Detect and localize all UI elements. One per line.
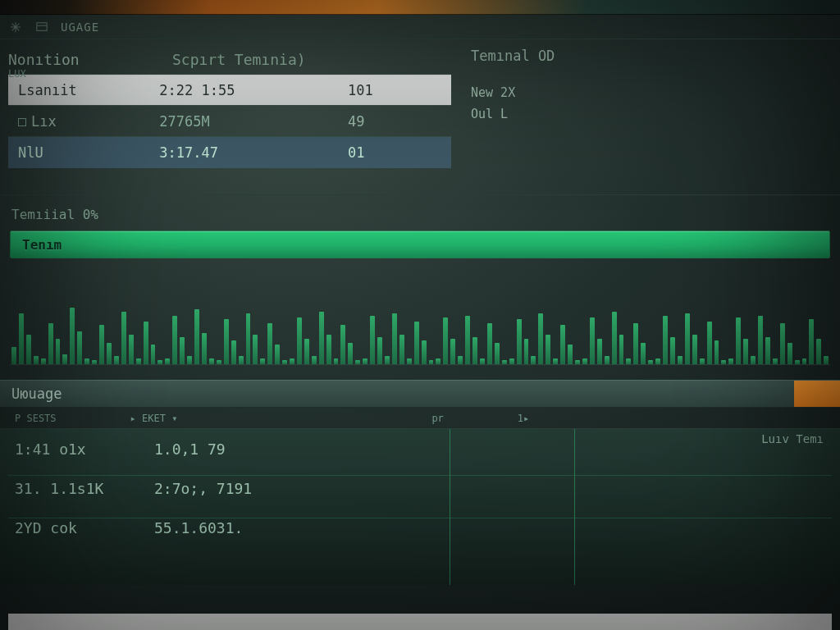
col-nonition: Nonıtion: [8, 51, 123, 68]
spectrum-bar: [392, 313, 397, 364]
spectrum-bar: [795, 360, 800, 364]
spectrum-bar: [202, 333, 207, 364]
spectrum-bar: [538, 313, 543, 364]
spectrum-bar: [605, 356, 609, 364]
spectrum-bar: [582, 358, 587, 364]
progress-bar[interactable]: Tenım: [10, 231, 830, 258]
spectrum-bar: [743, 339, 748, 364]
colhead-pr[interactable]: pr: [431, 413, 443, 424]
spectrum-bar: [290, 358, 294, 364]
spectrum-bar: [422, 340, 427, 364]
spectrum-bar: [721, 360, 726, 364]
spectrum-bar: [517, 319, 522, 364]
spectrum-bar: [385, 356, 390, 364]
panel-icon[interactable]: [34, 21, 49, 34]
spectrum-bar: [144, 322, 148, 364]
spectrum-bar: [655, 358, 660, 364]
spectrum-bar: [231, 340, 236, 364]
process-table: Lsanıit2:22 1:55101Lıx27765M49NlU3:17.47…: [8, 74, 451, 168]
spectrum-bar: [809, 319, 814, 364]
spectrum-bar: [736, 317, 741, 364]
spectrum-bar: [26, 335, 31, 364]
spectrum-bar: [531, 356, 536, 364]
right-item-new[interactable]: New 2X: [471, 85, 829, 100]
colhead-1[interactable]: 1▸: [518, 413, 529, 424]
upper-panel: Nonıtion LUX Scpırt Temınia) Lsanıit2:22…: [0, 39, 840, 195]
spectrum-bar: [34, 356, 39, 364]
spectrum-bar: [180, 337, 185, 364]
usage-cell: 31. 1.1s1K: [15, 480, 121, 497]
spectrum-bar: [348, 343, 353, 364]
spectrum-bar: [172, 316, 177, 365]
activity-section: Temıiial 0% Tenım: [0, 195, 840, 365]
spectrum-bar: [239, 356, 244, 364]
usage-row[interactable]: 1:41 o1x1.0,1 79: [0, 429, 840, 468]
spectrum-bar: [758, 316, 763, 365]
right-info-panel: Temınal OD New 2X Oul L: [459, 39, 840, 194]
monitor-window: UGAGE Nonıtion LUX Scpırt Temınia) Lsanı…: [0, 15, 840, 630]
spectrum-bar: [77, 331, 82, 364]
terminal-percent-label: Temıiial 0%: [11, 207, 830, 222]
usage-cell: 1:41 o1x: [15, 441, 121, 458]
spectrum-bar: [19, 313, 24, 364]
footer-input-area[interactable]: [8, 614, 832, 630]
spectrum-bar: [480, 358, 485, 364]
spectrum-bar: [224, 319, 229, 364]
spectrum-bar: [487, 323, 492, 364]
spectrum-bar: [524, 339, 529, 364]
spectrum-bar: [626, 358, 631, 364]
svg-rect-0: [37, 22, 47, 30]
usage-cell: 2YD cok: [15, 519, 121, 536]
table-row[interactable]: Lıx27765M49: [8, 106, 451, 137]
spectrum-bar: [678, 356, 682, 364]
usage-row[interactable]: 2YD cok55.1.6031.: [0, 508, 840, 547]
right-item-out[interactable]: Oul L: [471, 107, 829, 121]
spectrum-bar: [370, 316, 375, 365]
col-script-terminal: Scpırt Temınia): [172, 51, 306, 68]
spectrum-bar: [121, 312, 126, 364]
spectrum-bar: [495, 343, 500, 364]
spectrum-bar: [728, 358, 733, 364]
activity-spectrum-chart: [10, 267, 830, 365]
spectrum-bar: [282, 360, 287, 364]
spectrum-bar: [685, 313, 690, 364]
spectrum-bar: [209, 358, 214, 364]
spectrum-bar: [11, 347, 16, 364]
spectrum-bar: [773, 358, 778, 364]
spectrum-bar: [436, 358, 441, 364]
spectrum-bar: [70, 308, 75, 364]
spectrum-bar: [246, 313, 251, 364]
spectrum-bar: [62, 354, 67, 364]
spectrum-bar: [429, 360, 434, 364]
usage-cell: 1.0,1 79: [154, 441, 285, 458]
spectrum-bar: [458, 356, 463, 364]
spectrum-bar: [260, 358, 265, 364]
colhead-eket[interactable]: ▸ EKET ▾: [130, 413, 178, 424]
window-titlebar: [0, 0, 840, 15]
spectrum-bar: [114, 356, 119, 364]
spectrum-bar: [304, 339, 309, 364]
spectrum-bar: [165, 358, 170, 364]
spectrum-bar: [275, 345, 280, 364]
spectrum-bar: [129, 335, 134, 364]
spectrum-bar: [84, 358, 89, 364]
spectrum-bar: [253, 335, 258, 364]
spectrum-bar: [450, 339, 455, 364]
spectrum-bar: [312, 356, 317, 364]
snowflake-icon[interactable]: [8, 21, 23, 34]
spectrum-bar: [326, 335, 331, 364]
spectrum-bar: [780, 323, 785, 364]
table-row[interactable]: NlU3:17.4701: [8, 137, 451, 168]
spectrum-bar: [414, 322, 419, 364]
spectrum-bar: [597, 339, 602, 364]
spectrum-bar: [641, 343, 646, 364]
checkbox-icon[interactable]: [18, 118, 26, 126]
spectrum-bar: [187, 356, 192, 364]
colhead-sests[interactable]: P SESTS: [15, 413, 57, 424]
usage-header-highlight: [794, 381, 840, 407]
spectrum-bar: [816, 339, 821, 364]
spectrum-bar: [824, 356, 829, 364]
usage-column-headers: P SESTS ▸ EKET ▾ pr 1▸: [0, 408, 840, 429]
spectrum-bar: [297, 317, 302, 364]
spectrum-bar: [633, 323, 638, 364]
